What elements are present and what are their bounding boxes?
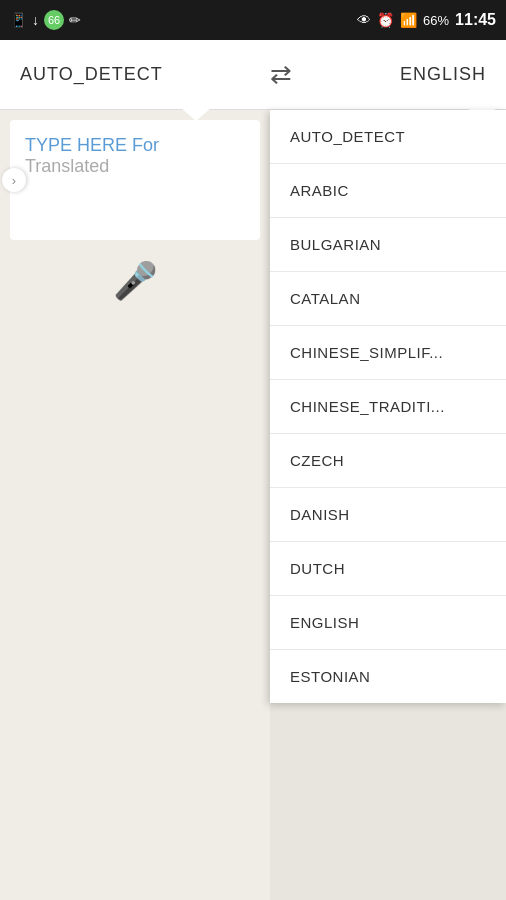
header-triangle-left — [180, 107, 212, 121]
dropdown-item-estonian[interactable]: ESTONIAN — [270, 650, 506, 703]
alarm-icon: ⏰ — [377, 12, 394, 28]
chevron-button[interactable]: › — [2, 168, 26, 192]
language-dropdown: AUTO_DETECTARABICBULGARIANCATALANCHINESE… — [270, 110, 506, 703]
dropdown-item-czech[interactable]: CZECH — [270, 434, 506, 488]
main-content: › TYPE HERE For Translated 🎤 — [0, 110, 270, 900]
mic-area: 🎤 — [10, 240, 260, 322]
app-icon-3: 66 — [44, 10, 64, 30]
pencil-icon: ✏ — [69, 12, 81, 28]
swap-languages-button[interactable]: ⇄ — [270, 59, 292, 90]
dropdown-item-catalan[interactable]: CATALAN — [270, 272, 506, 326]
target-language-label[interactable]: ENGLISH — [400, 64, 486, 85]
input-area[interactable]: › TYPE HERE For Translated — [10, 120, 260, 240]
header-bar: AUTO_DETECT ⇄ ENGLISH — [0, 40, 506, 110]
microphone-icon[interactable]: 🎤 — [113, 260, 158, 302]
translated-label: Translated — [25, 156, 245, 177]
dropdown-item-bulgarian[interactable]: BULGARIAN — [270, 218, 506, 272]
app-icon-1: 📱 — [10, 12, 27, 28]
input-placeholder: TYPE HERE For — [25, 135, 245, 156]
status-icons-left: 📱 ↓ 66 ✏ — [10, 10, 81, 30]
dropdown-item-chinese_simplified[interactable]: CHINESE_SIMPLIF... — [270, 326, 506, 380]
status-right: 👁 ⏰ 📶 66% 11:45 — [357, 11, 496, 29]
source-language-label[interactable]: AUTO_DETECT — [20, 64, 163, 85]
dropdown-item-chinese_traditional[interactable]: CHINESE_TRADITI... — [270, 380, 506, 434]
app-icon-2: ↓ — [32, 12, 39, 28]
battery-level: 66% — [423, 13, 449, 28]
status-time: 11:45 — [455, 11, 496, 29]
dropdown-item-danish[interactable]: DANISH — [270, 488, 506, 542]
dropdown-item-english[interactable]: ENGLISH — [270, 596, 506, 650]
dropdown-item-arabic[interactable]: ARABIC — [270, 164, 506, 218]
status-bar: 📱 ↓ 66 ✏ 👁 ⏰ 📶 66% 11:45 — [0, 0, 506, 40]
signal-icon: 📶 — [400, 12, 417, 28]
dropdown-item-auto_detect[interactable]: AUTO_DETECT — [270, 110, 506, 164]
chevron-icon: › — [12, 173, 16, 188]
eye-icon: 👁 — [357, 12, 371, 28]
dropdown-item-dutch[interactable]: DUTCH — [270, 542, 506, 596]
